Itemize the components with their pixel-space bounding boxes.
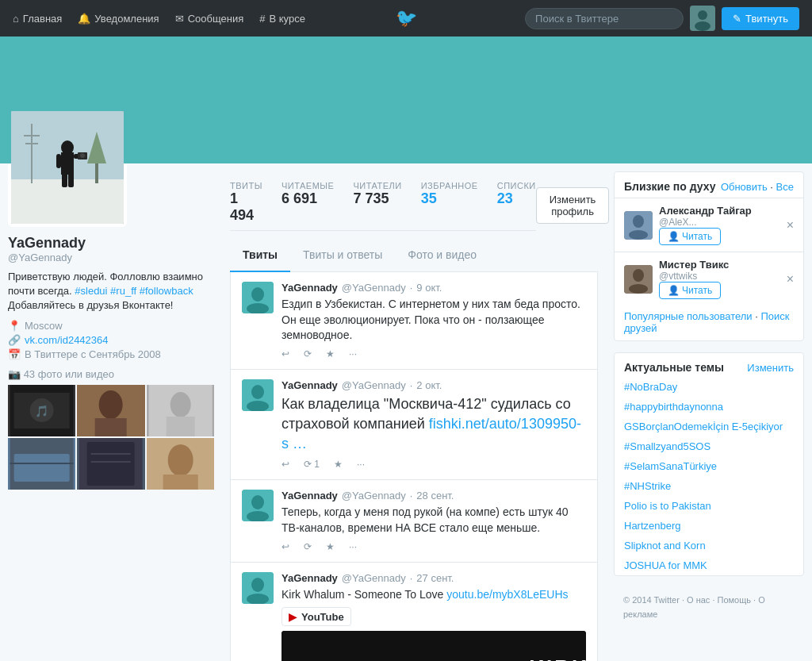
bio-link-ru-ff[interactable]: #ru_ff [110,285,136,297]
tweet-avatar-3[interactable] [242,490,274,521]
photo-thumb-3[interactable] [147,385,214,436]
fav-action-2[interactable]: ★ [334,459,343,470]
trend-10[interactable]: JOSHUA for MMK [615,555,803,575]
bell-icon: 🔔 [78,13,90,25]
tweet-text-3: Теперь, когда у меня под рукой (на компе… [282,505,586,536]
photos-label[interactable]: 📷 43 фото или видео [8,368,214,380]
tweet-body-1: YaGennady @YaGennady · 9 окт. Ездип в Уз… [282,282,586,359]
reply-action-3[interactable]: ↩ [282,541,289,552]
dismiss-friend-1[interactable]: × [787,218,794,233]
tweet-button[interactable]: ✎ Твитнуть [722,7,799,30]
popular-link[interactable]: Популярные пользователи [624,310,753,322]
trending-change-link[interactable]: Изменить [747,362,794,374]
stat-favorites[interactable]: ИЗБРАННОЕ 35 [421,181,478,224]
friend-avatar-2[interactable] [624,265,653,294]
tweet-link-2[interactable]: fishki.net/auto/1309950-s … [282,416,581,452]
photo-thumb-2[interactable] [77,385,144,436]
tweet-author-4[interactable]: YaGennady [282,572,338,584]
svg-rect-14 [56,154,61,168]
tweet-item-4: YaGennady @YaGennady · 27 сент. Kirk Wha… [231,563,597,661]
retweet-action-2[interactable]: ⟳ 1 [304,459,320,470]
nav-messages[interactable]: ✉ Сообщения [175,13,244,25]
tweet-yt-link[interactable]: youtu.be/mybX8LeEUHs [446,588,568,601]
youtube-thumbnail[interactable]: KIRK WHALUM performs the Babyface SONGBO… [282,631,586,661]
follow-icon-2: 👤 [668,285,680,296]
trend-8[interactable]: Hartzenberg [615,516,803,536]
more-action-2[interactable]: ··· [357,459,365,470]
tweet-author-1[interactable]: YaGennady [282,282,338,294]
twitter-logo[interactable]: 🐦 [396,8,417,29]
tweet-avatar-2[interactable] [242,379,274,411]
tweet-date-1: 9 окт. [416,282,442,294]
stat-tweets[interactable]: ТВИТЫ 1 494 [230,181,262,224]
twitter-bird-icon: 🐦 [396,8,417,28]
stat-followers[interactable]: ЧИТАТЕЛИ 7 735 [353,181,401,224]
follow-button-1[interactable]: 👤 Читать [659,228,721,245]
trend-5[interactable]: #SelamSanaTürkiye [615,456,803,476]
tweet-text-1: Ездип в Узбекистан. С интернетом у них т… [282,297,586,344]
search-input[interactable] [525,8,684,29]
tweet-header-2: YaGennady @YaGennady · 2 окт. [282,379,586,391]
trend-6[interactable]: #NHStrike [615,476,803,496]
youtube-label: YouTube [301,611,344,623]
home-icon: ⌂ [13,13,19,25]
bio-link-sledui[interactable]: #sledui [75,285,107,297]
dismiss-friend-2[interactable]: × [787,272,794,286]
nav-home[interactable]: ⌂ Главная [13,13,62,25]
photos-grid: 🎵 [8,385,214,490]
bio-link-followback[interactable]: #followback [140,285,193,297]
fav-action-3[interactable]: ★ [326,541,335,552]
more-action-3[interactable]: ··· [349,541,357,552]
tweet-handle-3: @YaGennady [342,490,406,502]
main-content: ТВИТЫ 1 494 ЧИТАЕМЫЕ 6 691 ЧИТАТЕЛИ 7 73… [230,163,598,661]
vk-link[interactable]: vk.com/id2442364 [25,334,109,346]
tweet-avatar-4[interactable] [242,572,274,604]
tweet-avatar-1[interactable] [242,282,274,313]
tweet-author-2[interactable]: YaGennady [282,379,338,391]
fav-action-1[interactable]: ★ [326,348,335,359]
refresh-suggestions-link[interactable]: Обновить [721,181,768,193]
nav-notifications[interactable]: 🔔 Уведомления [78,13,159,25]
trend-4[interactable]: #Smallzyand5SOS [615,436,803,456]
profile-location: 📍 Moscow [8,320,214,332]
tweet-date-2: 2 окт. [416,379,442,391]
tweet-author-3[interactable]: YaGennady [282,490,338,502]
reply-action-2[interactable]: ↩ [282,459,289,470]
tweet-header-4: YaGennady @YaGennady · 27 сент. [282,572,586,584]
stats-row: ТВИТЫ 1 494 ЧИТАЕМЫЕ 6 691 ЧИТАТЕЛИ 7 73… [230,171,598,239]
trend-7[interactable]: Polio is to Pakistan [615,496,803,516]
tweet-actions-1: ↩ ⟳ ★ ··· [282,348,586,359]
retweet-action-1[interactable]: ⟳ [304,348,312,359]
friend-avatar-1[interactable] [624,211,653,240]
follow-button-2[interactable]: 👤 Читать [659,282,721,299]
photo-thumb-1[interactable]: 🎵 [8,385,75,436]
tab-tweets[interactable]: Твиты [230,239,290,272]
retweet-action-3[interactable]: ⟳ [304,541,312,552]
photo-thumb-6[interactable] [147,438,214,490]
user-avatar-nav[interactable] [690,6,715,31]
reply-action-1[interactable]: ↩ [282,348,289,359]
trend-2[interactable]: #happybirthdaynonna [615,397,803,417]
who-to-follow-title: Близкие по духу Обновить · Все [615,172,803,198]
trend-1[interactable]: #NoBraDay [615,377,803,397]
tab-photos-videos[interactable]: Фото и видео [395,239,489,272]
youtube-badge[interactable]: ▶ YouTube [282,607,351,626]
trend-3[interactable]: GSBorçlanOdemekİçin E-5eçikiyor [615,417,803,436]
stat-lists[interactable]: СПИСКИ 23 [497,181,536,224]
tab-tweets-replies[interactable]: Твиты и ответы [290,239,395,272]
nav-right: ✎ Твитнуть [525,6,799,31]
svg-rect-18 [62,173,67,187]
all-suggestions-link[interactable]: Все [776,181,794,193]
svg-rect-19 [68,173,74,187]
link-icon: 🔗 [8,334,21,346]
friend-handle-2: @vttwiks [659,271,777,282]
trend-9[interactable]: Slipknot and Korn [615,536,803,555]
stat-following[interactable]: ЧИТАЕМЫЕ 6 691 [282,181,335,224]
nav-discover[interactable]: # В курсе [259,13,305,25]
svg-point-1 [698,10,707,20]
tweet-time-4: · [410,572,413,584]
photo-thumb-4[interactable] [8,438,75,490]
more-action-1[interactable]: ··· [349,348,357,359]
edit-profile-button[interactable]: Изменить профиль [536,187,610,224]
photo-thumb-5[interactable] [77,438,144,490]
